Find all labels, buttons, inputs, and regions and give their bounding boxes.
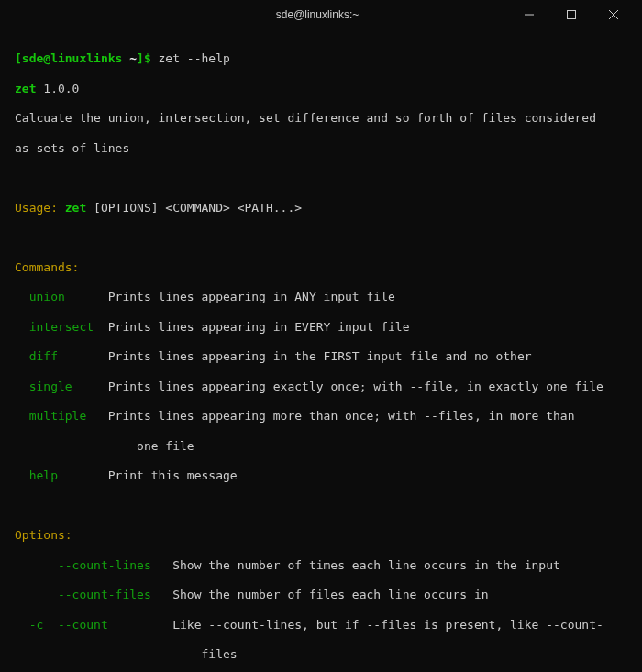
svg-rect-1: [568, 11, 576, 19]
command-item: intersect Prints lines appearing in EVER…: [15, 320, 627, 335]
version-line: zet 1.0.0: [15, 82, 627, 96]
maximize-icon: [567, 10, 576, 19]
options-header: Options:: [15, 528, 627, 543]
close-icon: [609, 10, 618, 19]
description-line: as sets of lines: [15, 141, 627, 156]
commands-header: Commands:: [15, 260, 627, 275]
prompt-bracket-close: ]$: [137, 51, 158, 65]
command-item: union Prints lines appearing in ANY inpu…: [15, 290, 627, 304]
terminal-output[interactable]: [sde@linuxlinks ~]$ zet --help zet 1.0.0…: [0, 29, 642, 672]
command-item: diff Prints lines appearing in the FIRST…: [15, 349, 627, 364]
prompt-line: [sde@linuxlinks ~]$ zet --help: [15, 51, 627, 66]
command-item: single Prints lines appearing exactly on…: [15, 380, 627, 394]
option-item-cont: files: [15, 647, 627, 662]
window-title: sde@linuxlinks:~: [127, 8, 508, 21]
titlebar: sde@linuxlinks:~: [0, 0, 642, 29]
command-item: multiple Prints lines appearing more tha…: [15, 409, 627, 424]
prompt-path: ~: [122, 51, 137, 65]
prompt-bracket-open: [: [15, 51, 22, 65]
usage-line: Usage: zet [OPTIONS] <COMMAND> <PATH...>: [15, 201, 627, 215]
minimize-button[interactable]: [508, 0, 550, 29]
command-item: help Print this message: [15, 468, 627, 483]
window-controls: [508, 0, 635, 29]
typed-command: zet --help: [159, 51, 230, 65]
command-item-cont: one file: [15, 439, 627, 454]
option-item: -c --count Like --count-lines, but if --…: [15, 618, 627, 633]
option-item: --count-files Show the number of files e…: [15, 588, 627, 602]
close-button[interactable]: [592, 0, 635, 29]
description-line: Calcuate the union, intersection, set di…: [15, 111, 627, 126]
option-item: --count-lines Show the number of times e…: [15, 558, 627, 573]
maximize-button[interactable]: [550, 0, 592, 29]
minimize-icon: [525, 10, 534, 19]
prompt-user-host: sde@linuxlinks: [22, 51, 123, 65]
